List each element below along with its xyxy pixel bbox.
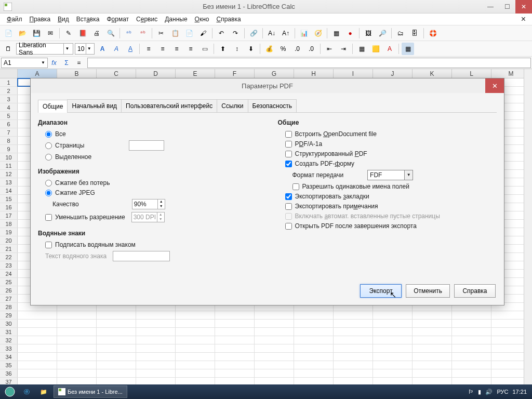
sort-asc-icon[interactable]: A↓ <box>265 27 278 39</box>
undo-icon[interactable]: ↶ <box>215 27 228 39</box>
cell[interactable] <box>57 353 97 361</box>
taskbar-app[interactable]: Без имени 1 - Libre... <box>54 385 127 398</box>
email-icon[interactable]: ✉ <box>44 27 57 39</box>
tagged-pdf-checkbox[interactable] <box>285 151 292 157</box>
column-header[interactable]: L <box>452 69 491 78</box>
cell[interactable] <box>413 328 452 336</box>
menu-help[interactable]: Справка <box>212 14 244 24</box>
tray-volume-icon[interactable]: 🔊 <box>485 389 493 395</box>
cell[interactable] <box>136 328 176 336</box>
tray-flag-icon[interactable]: 🏳 <box>468 389 474 395</box>
row-header[interactable]: 15 <box>0 195 18 203</box>
cell[interactable] <box>255 361 294 369</box>
sum-icon[interactable]: Σ <box>61 58 72 68</box>
cell[interactable] <box>413 311 452 319</box>
cell[interactable] <box>215 369 255 377</box>
datasources-icon[interactable]: 🗄 <box>408 27 421 39</box>
gallery-icon[interactable]: 🗂 <box>394 27 407 39</box>
export-button[interactable]: Экспорт <box>360 284 402 298</box>
cell[interactable] <box>334 320 373 327</box>
row-header[interactable]: 2 <box>0 87 18 95</box>
nav-icon[interactable]: 🧭 <box>312 27 324 39</box>
cell[interactable] <box>97 328 136 336</box>
cell[interactable] <box>452 361 491 369</box>
column-header[interactable]: H <box>294 69 334 78</box>
cell[interactable] <box>255 369 294 377</box>
redo-icon[interactable]: ↷ <box>229 27 242 39</box>
spellcheck-icon[interactable]: ᵃᵇ <box>123 27 135 39</box>
cell[interactable] <box>452 311 491 319</box>
cell[interactable] <box>334 353 373 361</box>
cell[interactable] <box>97 353 136 361</box>
record-icon[interactable]: ● <box>344 27 356 39</box>
chart-icon[interactable]: 📊 <box>298 27 310 39</box>
range-pages-input[interactable] <box>129 140 164 151</box>
cell[interactable] <box>215 320 255 327</box>
cell[interactable] <box>334 361 373 369</box>
cell[interactable] <box>136 369 176 377</box>
dpi-spinner[interactable]: 300 DPI▲▼ <box>131 212 165 222</box>
row-header[interactable]: 3 <box>0 95 18 103</box>
font-name-combo[interactable]: Liberation Sans▼ <box>16 43 73 55</box>
menu-file[interactable]: Файл <box>3 14 26 24</box>
cell[interactable] <box>215 361 255 369</box>
row-header[interactable]: 30 <box>0 320 18 327</box>
cell[interactable] <box>57 336 97 344</box>
maximize-button[interactable]: ☐ <box>499 0 515 14</box>
cell[interactable] <box>215 336 255 344</box>
pdfa-checkbox[interactable] <box>285 141 292 148</box>
row-header[interactable]: 33 <box>0 344 18 352</box>
cell[interactable] <box>97 320 136 327</box>
close-document-icon[interactable]: × <box>518 15 529 24</box>
cell[interactable] <box>294 336 334 344</box>
decimal-del-icon[interactable]: .0 <box>305 43 317 55</box>
cell[interactable] <box>255 311 294 319</box>
row-header[interactable]: 35 <box>0 361 18 369</box>
row-header[interactable]: 34 <box>0 353 18 361</box>
tab-initial-view[interactable]: Начальный вид <box>67 99 122 112</box>
cell[interactable] <box>18 353 57 361</box>
row-header[interactable]: 25 <box>0 278 18 286</box>
cell[interactable] <box>294 311 334 319</box>
styles-icon[interactable]: 🗒 <box>2 43 15 55</box>
row-header[interactable]: 24 <box>0 270 18 277</box>
cell[interactable] <box>136 320 176 327</box>
taskbar-ie-icon[interactable]: ⓔ <box>20 385 34 398</box>
column-header[interactable]: K <box>413 69 452 78</box>
cell[interactable] <box>136 336 176 344</box>
cell[interactable] <box>334 328 373 336</box>
cell[interactable] <box>176 344 215 352</box>
valign-top-icon[interactable]: ⬆ <box>217 43 229 55</box>
menu-view[interactable]: Вид <box>54 14 73 24</box>
cell[interactable] <box>373 328 413 336</box>
indent-dec-icon[interactable]: ⇤ <box>323 43 336 55</box>
cancel-button[interactable]: Отменить <box>406 284 450 298</box>
row-header[interactable]: 23 <box>0 261 18 269</box>
export-comments-checkbox[interactable] <box>285 203 292 210</box>
brush-icon[interactable]: 🖌 <box>197 27 209 39</box>
cell[interactable] <box>176 336 215 344</box>
row-header[interactable]: 6 <box>0 120 18 128</box>
row-header[interactable]: 36 <box>0 369 18 377</box>
cell[interactable] <box>294 328 334 336</box>
tab-security[interactable]: Безопасность <box>248 99 297 112</box>
new-icon[interactable]: 📄 <box>2 27 15 39</box>
row-header[interactable]: 7 <box>0 128 18 136</box>
cell[interactable] <box>255 353 294 361</box>
chevron-down-icon[interactable]: ▼ <box>63 44 71 54</box>
row-header[interactable]: 13 <box>0 178 18 186</box>
cell[interactable] <box>452 328 491 336</box>
row-header[interactable]: 21 <box>0 245 18 252</box>
start-button[interactable] <box>2 385 18 398</box>
link-icon[interactable]: 🔗 <box>247 27 260 39</box>
cell[interactable] <box>373 320 413 327</box>
font-size-combo[interactable]: 10▼ <box>75 43 95 55</box>
quality-spinner[interactable]: 90%▲▼ <box>132 199 165 209</box>
jpeg-radio[interactable] <box>45 190 52 196</box>
percent-icon[interactable]: % <box>277 43 289 55</box>
cell[interactable] <box>136 353 176 361</box>
embed-odf-checkbox[interactable] <box>285 131 292 138</box>
cell[interactable] <box>255 336 294 344</box>
cell[interactable] <box>136 361 176 369</box>
valign-mid-icon[interactable]: ↕ <box>231 43 243 55</box>
